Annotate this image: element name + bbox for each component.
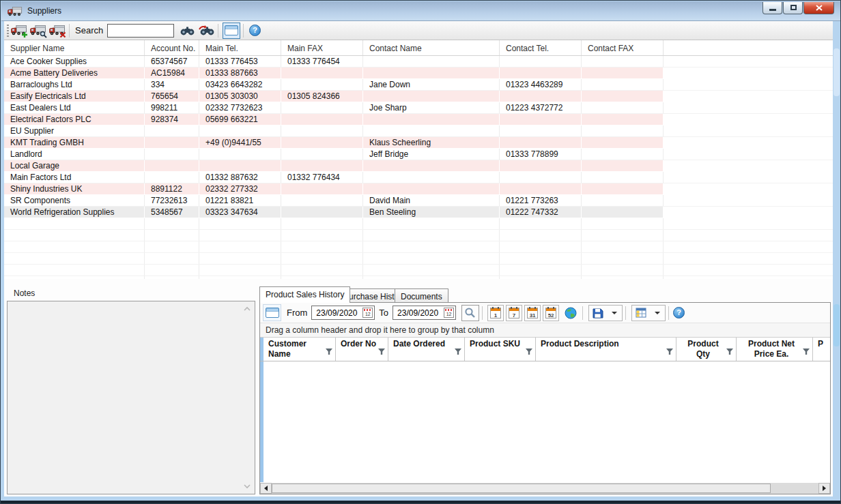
- cell: [363, 172, 500, 183]
- table-row[interactable]: KMT Trading GMBH+49 (0)9441/55Klaus Sche…: [4, 137, 833, 149]
- tab-product-sales-history[interactable]: Product Sales History: [259, 286, 350, 303]
- search-next-button[interactable]: [197, 23, 215, 39]
- column-header-product-qty[interactable]: Product Qty: [676, 338, 737, 361]
- filter-icon[interactable]: [455, 349, 461, 355]
- column-header-customer-name[interactable]: Customer Name: [263, 338, 336, 361]
- calendar-picker-icon[interactable]: 12: [362, 308, 373, 318]
- column-header-product-description[interactable]: Product Description: [536, 338, 676, 361]
- cell: 03323 347634: [199, 207, 281, 218]
- table-row[interactable]: Local Garage: [4, 160, 833, 172]
- column-header-date-ordered[interactable]: Date Ordered: [388, 338, 465, 361]
- table-row[interactable]: Easify Electricals Ltd76565401305 303030…: [4, 91, 833, 102]
- cell: EU Supplier: [4, 125, 145, 136]
- save-export-button[interactable]: [588, 305, 623, 321]
- table-row[interactable]: LandlordJeff Bridge01333 778899: [4, 149, 833, 160]
- layout-dropdown-arrow[interactable]: [650, 306, 665, 321]
- range-31-days-button[interactable]: 31: [524, 305, 541, 321]
- to-date-input[interactable]: [393, 307, 441, 320]
- from-date-field[interactable]: 12: [311, 306, 375, 320]
- table-row[interactable]: Acme Battery DeliveriesAC1598401333 8876…: [4, 68, 833, 79]
- maximize-button[interactable]: [783, 2, 803, 14]
- filter-icon[interactable]: [803, 349, 810, 355]
- toggle-view-button[interactable]: [263, 304, 281, 321]
- titlebar[interactable]: Suppliers: [1, 1, 840, 21]
- table-row[interactable]: Ace Cooker Supplies6537456701333 7764530…: [4, 56, 833, 68]
- search-input[interactable]: [107, 24, 174, 38]
- cell: 5348567: [145, 207, 199, 218]
- suppliers-scrollbar-thumb[interactable]: [833, 48, 840, 96]
- cell: [363, 56, 500, 67]
- history-scrollbar-thumb[interactable]: [833, 304, 840, 346]
- save-dropdown-arrow[interactable]: [607, 306, 622, 321]
- cell: Jane Down: [363, 79, 500, 90]
- range-1-day-button[interactable]: 1: [487, 305, 504, 321]
- minimize-icon: [769, 9, 776, 11]
- table-row[interactable]: Shiny Industries UK889112202332 277332: [4, 183, 833, 195]
- column-header-main-fax[interactable]: Main FAX: [281, 40, 363, 55]
- plus-badge-icon: [21, 31, 28, 38]
- history-help-button[interactable]: ?: [673, 307, 685, 318]
- toggle-detail-panel-button[interactable]: [223, 23, 240, 39]
- range-7-days-button[interactable]: 7: [506, 305, 522, 321]
- filter-icon[interactable]: [726, 349, 733, 355]
- table-row[interactable]: Main Factors Ltd01332 88763201332 776434: [4, 172, 833, 183]
- table-row[interactable]: SR Components7723261301221 83821David Ma…: [4, 195, 833, 207]
- cell: [145, 149, 199, 160]
- column-header-order-no[interactable]: Order No: [336, 338, 388, 361]
- group-by-drop-zone[interactable]: Drag a column header and drop it here to…: [260, 323, 830, 338]
- to-date-field[interactable]: 12: [393, 306, 456, 320]
- column-header-product-net-price[interactable]: Product Net Price Ea.: [737, 338, 813, 361]
- scroll-right-button[interactable]: [818, 483, 830, 494]
- column-header-supplier-name[interactable]: Supplier Name: [4, 40, 145, 55]
- scrollbar-thumb[interactable]: [272, 484, 771, 493]
- column-header-product-sku[interactable]: Product SKU: [465, 338, 536, 361]
- close-button[interactable]: [803, 2, 834, 14]
- search-button[interactable]: [178, 23, 196, 39]
- cell: 01221 773263: [500, 195, 582, 206]
- history-grid-body[interactable]: [260, 361, 830, 482]
- scroll-left-button[interactable]: [260, 483, 272, 494]
- minimize-button[interactable]: [762, 2, 782, 14]
- scroll-up-icon[interactable]: [242, 304, 252, 314]
- cell: [145, 160, 199, 171]
- column-header-partial[interactable]: P: [813, 338, 829, 361]
- scroll-down-icon[interactable]: [242, 481, 252, 491]
- filter-icon[interactable]: [526, 349, 532, 355]
- table-row[interactable]: Electrical Factors PLC92837405699 663221: [4, 114, 833, 125]
- toolbar-separator: [582, 306, 583, 320]
- cell: 05699 663221: [199, 114, 281, 125]
- tab-documents[interactable]: Documents: [395, 288, 448, 303]
- column-header-contact-tel[interactable]: Contact Tel.: [500, 40, 582, 55]
- magnifier-icon: [464, 307, 476, 319]
- magnifier-badge-icon: [40, 31, 47, 38]
- column-header-main-tel[interactable]: Main Tel.: [199, 40, 281, 55]
- table-row[interactable]: EU Supplier: [4, 125, 833, 137]
- run-search-button[interactable]: [461, 305, 479, 321]
- from-date-input[interactable]: [312, 307, 360, 320]
- table-row-selected[interactable]: World Refrigeration Supplies534856703323…: [4, 207, 833, 218]
- filter-icon[interactable]: [326, 349, 332, 355]
- filter-icon[interactable]: [378, 349, 385, 355]
- column-header-contact-fax[interactable]: Contact FAX: [582, 40, 664, 55]
- table-row[interactable]: East Dealers Ltd99821102332 7732623Joe S…: [4, 102, 833, 114]
- column-header-account-no[interactable]: Account No.: [145, 40, 199, 55]
- delete-supplier-button[interactable]: [48, 23, 66, 39]
- toolbar-grip[interactable]: [7, 25, 9, 37]
- empty-row: [4, 230, 833, 241]
- range-52-weeks-button[interactable]: 52: [543, 305, 559, 321]
- find-supplier-button[interactable]: [29, 23, 47, 39]
- notes-textarea[interactable]: [7, 301, 255, 494]
- calendar-picker-icon[interactable]: 12: [444, 308, 454, 318]
- table-row[interactable]: Barracloughs Ltd33403423 6643282Jane Dow…: [4, 79, 833, 91]
- cell: [582, 125, 664, 136]
- column-layout-button[interactable]: [631, 305, 666, 321]
- toolbar-separator: [69, 24, 70, 38]
- filter-icon[interactable]: [666, 349, 673, 355]
- horizontal-scrollbar[interactable]: [260, 483, 830, 494]
- toolbar-separator: [482, 306, 483, 320]
- table-icon: [636, 308, 646, 318]
- all-dates-button[interactable]: [562, 305, 580, 321]
- add-supplier-button[interactable]: [10, 23, 28, 39]
- help-button[interactable]: ?: [249, 25, 261, 36]
- column-header-contact-name[interactable]: Contact Name: [363, 40, 500, 55]
